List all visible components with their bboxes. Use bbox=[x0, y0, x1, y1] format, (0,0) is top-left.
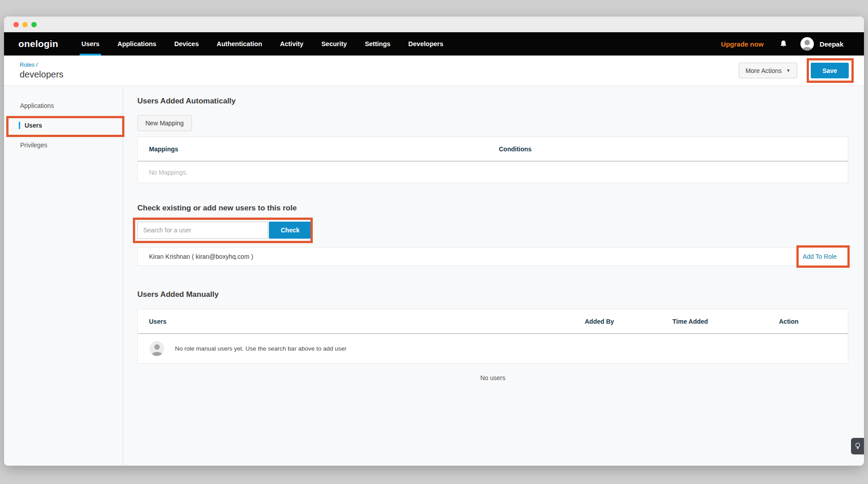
manual-empty-row: No role manual users yet. Use the search… bbox=[138, 334, 848, 363]
search-result-row: Kiran Krishnan ( kiran@boxyhq.com ) Add … bbox=[137, 247, 848, 266]
sidebar-item-label: Users bbox=[25, 122, 42, 129]
notifications-bell-icon[interactable] bbox=[779, 39, 788, 48]
nav-item-authentication[interactable]: Authentication bbox=[217, 32, 262, 56]
mappings-table-header: Mappings Conditions bbox=[138, 137, 848, 162]
active-indicator-bar bbox=[19, 122, 20, 129]
column-header-added-by: Added By bbox=[585, 318, 672, 325]
nav-item-developers[interactable]: Developers bbox=[408, 32, 443, 56]
manual-section-heading: Users Added Manually bbox=[137, 290, 848, 299]
nav-item-devices[interactable]: Devices bbox=[174, 32, 199, 56]
column-header-users: Users bbox=[138, 318, 585, 325]
chevron-down-icon: ▼ bbox=[786, 68, 791, 73]
mappings-table: Mappings Conditions No Mappings. bbox=[137, 137, 848, 183]
sidebar-item-applications[interactable]: Applications bbox=[4, 96, 123, 116]
manual-table-header: Users Added By Time Added Action bbox=[138, 309, 848, 334]
placeholder-avatar-icon bbox=[149, 341, 164, 356]
nav-item-activity[interactable]: Activity bbox=[280, 32, 303, 56]
lightbulb-icon bbox=[855, 442, 861, 450]
app-window: onelogin Users Applications Devices Auth… bbox=[4, 17, 864, 466]
main-panel: Users Added Automatically New Mapping Ma… bbox=[123, 86, 864, 466]
sidebar-item-users[interactable]: Users bbox=[4, 116, 123, 135]
sidebar-item-label: Applications bbox=[20, 102, 54, 109]
new-mapping-button[interactable]: New Mapping bbox=[137, 115, 192, 131]
manual-empty-text: No role manual users yet. Use the search… bbox=[175, 345, 346, 352]
nav-item-users[interactable]: Users bbox=[81, 32, 99, 56]
mappings-empty-row: No Mappings. bbox=[138, 162, 848, 183]
nav-item-settings[interactable]: Settings bbox=[365, 32, 390, 56]
user-avatar[interactable] bbox=[800, 37, 814, 51]
check-section-heading: Check existing or add new users to this … bbox=[137, 204, 848, 213]
avatar-shoulders-icon bbox=[802, 47, 812, 51]
column-header-time-added: Time Added bbox=[672, 318, 779, 325]
check-button[interactable]: Check bbox=[269, 222, 311, 239]
role-sidebar: Applications Users Privileges bbox=[4, 86, 123, 466]
maximize-window-icon[interactable] bbox=[31, 22, 37, 27]
more-actions-button[interactable]: More Actions ▼ bbox=[739, 63, 797, 78]
column-header-conditions: Conditions bbox=[499, 146, 848, 153]
upgrade-now-link[interactable]: Upgrade now bbox=[721, 40, 764, 48]
page-header-actions: More Actions ▼ Save bbox=[739, 63, 849, 78]
window-titlebar bbox=[4, 17, 864, 32]
page-title: developers bbox=[20, 69, 64, 80]
user-search-group: Check bbox=[137, 222, 311, 239]
top-navbar: onelogin Users Applications Devices Auth… bbox=[4, 32, 864, 56]
minimize-window-icon[interactable] bbox=[22, 22, 28, 27]
page-header: Roles / developers More Actions ▼ Save bbox=[4, 56, 864, 86]
nav-menu: Users Applications Devices Authenticatio… bbox=[81, 32, 461, 56]
sidebar-item-label: Privileges bbox=[20, 141, 47, 149]
onelogin-logo[interactable]: onelogin bbox=[18, 39, 58, 49]
add-to-role-link[interactable]: Add To Role bbox=[803, 253, 837, 260]
content-area: Applications Users Privileges Users Adde… bbox=[4, 86, 864, 466]
breadcrumb-roles-link[interactable]: Roles / bbox=[20, 61, 64, 68]
nav-item-applications[interactable]: Applications bbox=[117, 32, 156, 56]
sidebar-item-privileges[interactable]: Privileges bbox=[4, 135, 123, 155]
page-header-titles: Roles / developers bbox=[20, 61, 64, 80]
nav-item-security[interactable]: Security bbox=[321, 32, 347, 56]
column-header-mappings: Mappings bbox=[138, 146, 499, 153]
auto-section-heading: Users Added Automatically bbox=[137, 86, 848, 106]
more-actions-label: More Actions bbox=[745, 67, 782, 74]
user-name[interactable]: Deepak bbox=[820, 40, 843, 48]
result-user-name: Kiran Krishnan ( kiran@boxyhq.com ) bbox=[149, 253, 253, 260]
no-users-text: No users bbox=[137, 374, 848, 381]
avatar-head-icon bbox=[804, 40, 810, 45]
manual-users-table: Users Added By Time Added Action No role… bbox=[137, 309, 848, 364]
search-user-input[interactable] bbox=[137, 222, 268, 239]
help-lightbulb-button[interactable] bbox=[851, 438, 864, 454]
column-header-action: Action bbox=[779, 318, 848, 325]
save-button[interactable]: Save bbox=[811, 63, 849, 78]
close-window-icon[interactable] bbox=[13, 22, 19, 27]
navbar-right: Upgrade now Deepak bbox=[721, 37, 843, 51]
